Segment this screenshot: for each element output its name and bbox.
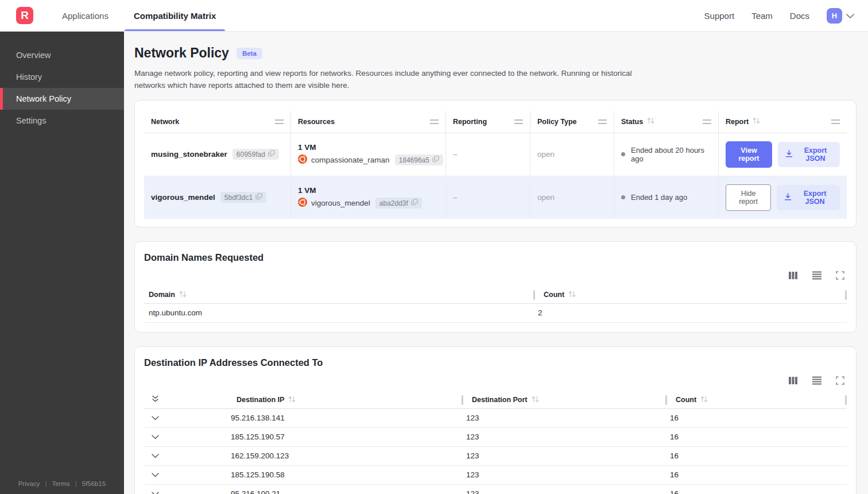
destination-card-tools — [144, 376, 844, 385]
domain-table-row[interactable]: ntp.ubuntu.com 2 — [144, 304, 847, 323]
column-divider[interactable] — [845, 290, 847, 300]
tab-compatibility-matrix[interactable]: Compatibility Matrix — [125, 0, 225, 31]
column-header-policy-type[interactable]: Policy Type — [530, 111, 614, 133]
tab-applications[interactable]: Applications — [53, 0, 118, 31]
destination-table-row[interactable]: 162.159.200.123 123 16 — [144, 447, 847, 466]
network-id-copy-badge[interactable]: 5bdf3dc1 — [220, 192, 266, 203]
expand-icon[interactable] — [836, 271, 844, 280]
footer-divider: | — [75, 480, 77, 487]
rows-icon[interactable] — [812, 376, 822, 385]
drag-handle-icon[interactable] — [703, 119, 711, 124]
destination-table: Destination IP Destination Port — [144, 392, 847, 494]
policy-type-value: open — [530, 176, 614, 219]
drag-handle-icon[interactable] — [430, 119, 439, 124]
column-divider[interactable] — [462, 395, 463, 405]
drag-handle-icon[interactable] — [514, 119, 523, 124]
rows-icon[interactable] — [812, 271, 822, 280]
sidebar-item-network-policy[interactable]: Network Policy — [0, 88, 124, 110]
main-content: Network Policy Beta Manage network polic… — [124, 32, 868, 494]
copy-icon[interactable] — [268, 150, 275, 159]
export-json-button[interactable]: Export JSON — [777, 185, 840, 210]
column-header-network[interactable]: Network — [144, 111, 291, 133]
sort-arrows-icon[interactable] — [288, 396, 296, 404]
resource-id: aba2dd3f — [379, 199, 408, 207]
sort-arrows-icon[interactable] — [647, 117, 654, 126]
copy-icon[interactable] — [432, 156, 439, 164]
copy-icon[interactable] — [411, 199, 418, 207]
column-header-report[interactable]: Report — [719, 111, 847, 133]
destination-port-value: 123 — [462, 485, 665, 494]
network-name: musing_stonebraker — [151, 150, 227, 159]
network-name: vigorous_mendel — [151, 193, 215, 202]
drag-handle-icon[interactable] — [831, 119, 840, 124]
download-icon — [784, 192, 792, 203]
view-report-button[interactable]: View report — [726, 141, 772, 168]
column-header-destination-port[interactable]: Destination Port — [462, 392, 665, 408]
chevron-down-icon[interactable] — [152, 492, 159, 494]
ubuntu-icon — [298, 155, 307, 165]
domain-names-card: Domain Names Requested Domain — [134, 241, 857, 333]
export-json-label: Export JSON — [798, 146, 833, 163]
hide-report-button[interactable]: Hide report — [726, 184, 771, 211]
network-id: 5bdf3dc1 — [224, 194, 253, 202]
copy-icon[interactable] — [255, 193, 262, 202]
nav-link-support[interactable]: Support — [704, 11, 735, 21]
network-id-copy-badge[interactable]: 60959fad — [232, 149, 279, 160]
destination-port-value: 123 — [462, 447, 665, 465]
destination-table-row[interactable]: 185.125.190.58 123 16 — [144, 466, 847, 485]
column-divider[interactable] — [665, 395, 667, 405]
sort-arrows-icon[interactable] — [568, 291, 576, 299]
chevron-down-icon[interactable] — [152, 473, 159, 477]
network-table-row[interactable]: vigorous_mendel 5bdf3dc1 1 VM — [144, 176, 847, 219]
nav-link-team[interactable]: Team — [751, 11, 773, 21]
columns-icon[interactable] — [788, 271, 798, 280]
column-label: Resources — [298, 118, 335, 126]
expand-all-rows-button[interactable] — [144, 392, 226, 408]
destination-table-row[interactable]: 95.216.138.141 123 16 — [144, 409, 847, 428]
column-header-domain[interactable]: Domain — [144, 287, 533, 303]
drag-handle-icon[interactable] — [598, 119, 607, 124]
vm-count: 1 VM — [298, 143, 316, 152]
avatar[interactable]: H — [827, 8, 842, 24]
status-text: Ended about 20 hours ago — [631, 146, 711, 163]
column-header-reporting[interactable]: Reporting — [446, 111, 530, 133]
app-logo[interactable]: R — [16, 7, 33, 24]
footer-divider: | — [45, 480, 46, 487]
nav-link-docs[interactable]: Docs — [790, 11, 809, 21]
destination-table-row[interactable]: 185.125.190.57 123 16 — [144, 428, 847, 447]
column-header-destination-ip[interactable]: Destination IP — [226, 392, 462, 408]
chevron-down-icon[interactable] — [152, 454, 159, 458]
sort-arrows-icon[interactable] — [179, 291, 187, 299]
sort-arrows-icon[interactable] — [700, 396, 708, 404]
chevron-down-icon[interactable] — [152, 416, 159, 420]
destination-table-row[interactable]: 95.216.100.21 123 16 — [144, 485, 847, 494]
sort-arrows-icon[interactable] — [532, 396, 539, 404]
column-label: Count — [676, 396, 696, 404]
drag-handle-icon[interactable] — [275, 119, 284, 124]
column-header-count[interactable]: Count — [665, 392, 847, 408]
column-label: Report — [726, 118, 749, 126]
network-table-row[interactable]: musing_stonebraker 60959fad 1 VM — [144, 133, 847, 176]
terms-link[interactable]: Terms — [52, 480, 69, 487]
export-json-button[interactable]: Export JSON — [778, 142, 840, 167]
sort-arrows-icon[interactable] — [753, 117, 760, 126]
column-divider[interactable] — [533, 290, 535, 300]
column-header-resources[interactable]: Resources — [291, 111, 446, 133]
chevron-down-icon[interactable] — [152, 435, 159, 439]
policy-type-value: open — [530, 133, 614, 176]
user-menu[interactable]: H — [827, 8, 854, 24]
expand-icon[interactable] — [836, 376, 844, 385]
double-chevron-down-icon — [152, 395, 159, 404]
column-divider[interactable] — [845, 395, 847, 405]
chevron-down-icon — [846, 11, 854, 20]
column-header-count[interactable]: Count — [533, 287, 847, 303]
privacy-link[interactable]: Privacy — [18, 480, 40, 487]
column-header-status[interactable]: Status — [614, 111, 719, 133]
resource-id-copy-badge[interactable]: aba2dd3f — [375, 198, 422, 209]
columns-icon[interactable] — [788, 376, 798, 385]
sidebar-item-settings[interactable]: Settings — [0, 110, 124, 132]
sidebar-item-overview[interactable]: Overview — [0, 44, 124, 66]
resource-id-copy-badge[interactable]: 184696a5 — [395, 155, 443, 165]
destination-ip-value: 95.216.138.141 — [226, 409, 462, 427]
sidebar-item-history[interactable]: History — [0, 66, 124, 88]
